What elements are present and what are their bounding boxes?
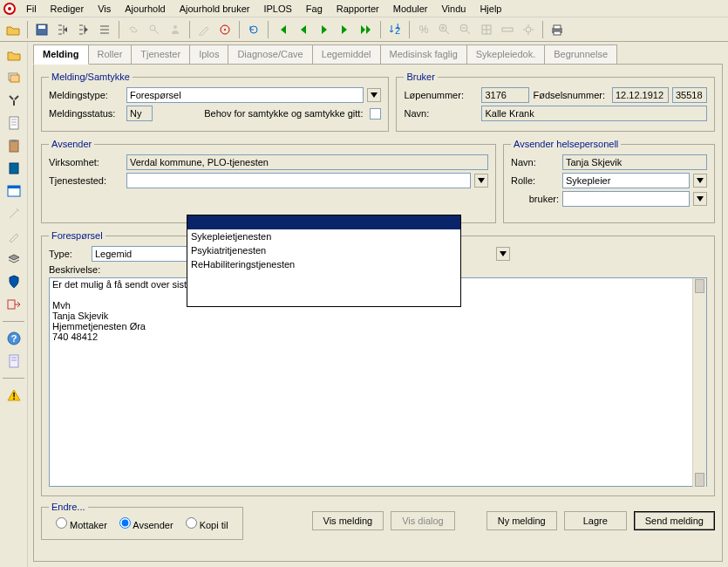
radio-mottaker[interactable]: Mottaker bbox=[56, 517, 107, 530]
button-vis-melding[interactable]: Vis melding bbox=[312, 511, 384, 530]
dropdown-hp-bruker[interactable] bbox=[693, 192, 707, 206]
help-icon[interactable]: ? bbox=[4, 329, 24, 348]
tab-diagnose[interactable]: Diagnose/Cave bbox=[228, 44, 312, 65]
button-ny-melding[interactable]: Ny melding bbox=[486, 511, 557, 530]
menu-fil[interactable]: Fil bbox=[19, 2, 44, 16]
first-icon[interactable] bbox=[273, 20, 292, 39]
warning-icon[interactable]: ! bbox=[4, 386, 24, 405]
tree-collapse-icon[interactable] bbox=[74, 20, 93, 39]
target-icon[interactable] bbox=[215, 20, 235, 39]
zoom-in-icon[interactable] bbox=[435, 20, 454, 39]
print-icon[interactable] bbox=[548, 20, 567, 39]
separator bbox=[239, 21, 240, 38]
next-icon[interactable] bbox=[315, 20, 334, 39]
exit-icon[interactable] bbox=[4, 295, 24, 314]
fieldset-melding: Melding/Samtykke Meldingstype: Meldingss… bbox=[41, 72, 389, 132]
link-icon[interactable] bbox=[124, 20, 143, 39]
fieldset-endre: Endre... Mottaker Avsender Kopi til bbox=[41, 502, 243, 540]
dropdown-popup-tjenestested[interactable]: Sykepleietjenesten Psykiatritjenesten Re… bbox=[187, 215, 461, 307]
sort-down-icon[interactable]: 12 bbox=[385, 20, 405, 39]
tools-icon[interactable] bbox=[4, 91, 24, 110]
tab-tjenester[interactable]: Tjenester bbox=[131, 44, 190, 65]
dropdown-option-blank[interactable] bbox=[187, 215, 460, 229]
document-icon[interactable] bbox=[4, 113, 24, 133]
wand-icon[interactable] bbox=[4, 204, 24, 223]
toolbar: 12 % bbox=[0, 17, 728, 42]
input-lopenummer bbox=[481, 87, 529, 103]
dropdown-meldingstype[interactable] bbox=[367, 88, 381, 102]
checkbox-samtykke[interactable] bbox=[370, 108, 381, 120]
menu-ajourhold[interactable]: Ajourhold bbox=[118, 2, 172, 16]
button-send-melding[interactable]: Send melding bbox=[634, 511, 715, 530]
window-icon[interactable] bbox=[4, 181, 24, 201]
svg-point-3 bbox=[173, 25, 177, 29]
menu-vis[interactable]: Vis bbox=[91, 2, 118, 16]
play-all-icon[interactable] bbox=[357, 20, 376, 39]
legend-foresporsel: Forespørsel bbox=[49, 230, 105, 241]
folder-open-icon[interactable] bbox=[4, 45, 24, 65]
tab-melding[interactable]: Melding bbox=[33, 44, 89, 65]
pencil-icon[interactable] bbox=[4, 227, 24, 246]
tab-legemiddel[interactable]: Legemiddel bbox=[312, 44, 381, 65]
person-icon[interactable] bbox=[166, 20, 185, 39]
input-hp-bruker[interactable] bbox=[562, 191, 690, 207]
label-beskrivelse: Beskrivelse: bbox=[49, 264, 123, 275]
legend-helsepersonell: Avsender helsepersonell bbox=[511, 139, 621, 149]
menu-rapporter[interactable]: Rapporter bbox=[330, 2, 386, 16]
radio-avsender[interactable]: Avsender bbox=[119, 517, 173, 530]
gear-icon[interactable] bbox=[519, 20, 538, 39]
layers-icon[interactable] bbox=[4, 249, 24, 269]
menu-vindu[interactable]: Vindu bbox=[434, 2, 473, 16]
prev-icon[interactable] bbox=[294, 20, 313, 39]
ruler-icon[interactable] bbox=[498, 20, 517, 39]
tree-expand-icon[interactable] bbox=[53, 20, 72, 39]
notes-icon[interactable] bbox=[4, 352, 24, 371]
last-icon[interactable] bbox=[336, 20, 355, 39]
menu-fag[interactable]: Fag bbox=[299, 2, 330, 16]
cards-icon[interactable] bbox=[4, 68, 24, 87]
input-meldingstype[interactable] bbox=[126, 87, 364, 103]
tab-medisinsk[interactable]: Medisinsk faglig bbox=[380, 44, 467, 65]
menu-ajourhold-bruker[interactable]: Ajourhold bruker bbox=[173, 2, 257, 16]
label-bruker-navn: Navn: bbox=[404, 108, 478, 119]
tab-sykepleie[interactable]: Sykepleiedok. bbox=[466, 44, 546, 65]
refresh-icon[interactable] bbox=[244, 20, 263, 39]
zoom-out-icon[interactable] bbox=[456, 20, 475, 39]
book-icon[interactable] bbox=[4, 159, 24, 178]
legend-bruker: Bruker bbox=[404, 72, 437, 82]
open-folder-icon[interactable] bbox=[3, 20, 23, 39]
input-tjenestested[interactable] bbox=[126, 173, 471, 188]
grid-icon[interactable] bbox=[477, 20, 496, 39]
svg-rect-17 bbox=[10, 75, 19, 82]
input-virksomhet bbox=[126, 154, 488, 170]
edit-icon[interactable] bbox=[194, 20, 214, 39]
menu-hjelp[interactable]: Hjelp bbox=[473, 2, 508, 16]
svg-rect-18 bbox=[10, 117, 18, 129]
tab-begrunnelse[interactable]: Begrunnelse bbox=[544, 44, 617, 65]
app-icon bbox=[3, 3, 16, 15]
label-hp-bruker: bruker: bbox=[511, 194, 559, 204]
scrollbar[interactable] bbox=[692, 278, 706, 488]
input-hp-rolle[interactable] bbox=[562, 173, 690, 188]
tab-iplos[interactable]: Iplos bbox=[189, 44, 228, 65]
key-icon[interactable] bbox=[145, 20, 164, 39]
menu-moduler[interactable]: Moduler bbox=[386, 2, 435, 16]
dropdown-option-psykiatri[interactable]: Psykiatritjenesten bbox=[187, 243, 460, 257]
dropdown-fp-type[interactable] bbox=[496, 247, 510, 261]
svg-text:?: ? bbox=[10, 333, 17, 344]
clipboard-icon[interactable] bbox=[4, 136, 24, 155]
save-icon[interactable] bbox=[32, 20, 51, 39]
shield-icon[interactable] bbox=[4, 272, 24, 291]
dropdown-option-sykepleie[interactable]: Sykepleietjenesten bbox=[187, 229, 460, 243]
tab-roller[interactable]: Roller bbox=[88, 44, 133, 65]
dropdown-hp-rolle[interactable] bbox=[693, 174, 707, 188]
button-lagre[interactable]: Lagre bbox=[564, 511, 627, 530]
textarea-beskrivelse[interactable] bbox=[49, 277, 707, 487]
percent-icon[interactable]: % bbox=[414, 20, 433, 39]
radio-kopitil[interactable]: Kopi til bbox=[186, 517, 228, 530]
menu-iplos[interactable]: IPLOS bbox=[256, 2, 298, 16]
list-icon[interactable] bbox=[95, 20, 114, 39]
dropdown-tjenestested[interactable] bbox=[474, 174, 488, 188]
menu-rediger[interactable]: Rediger bbox=[44, 2, 92, 16]
dropdown-option-rehab[interactable]: ReHabiliteringstjenesten bbox=[187, 257, 460, 271]
